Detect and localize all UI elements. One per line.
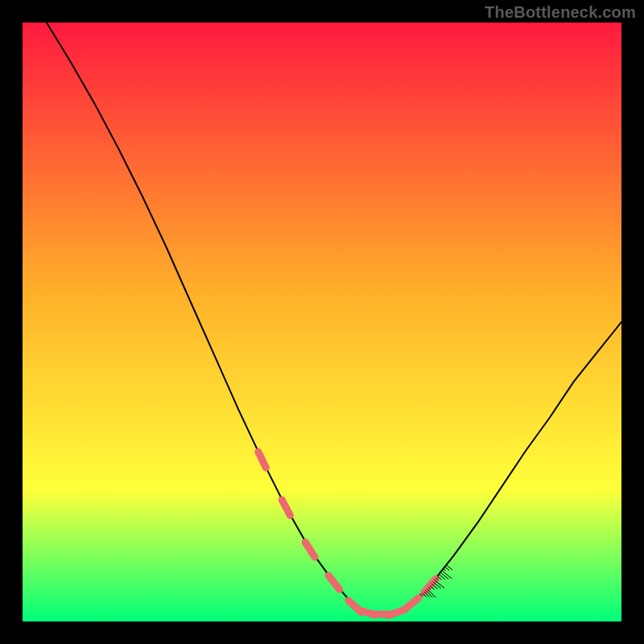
gradient-background <box>23 23 621 621</box>
watermark: TheBottleneck.com <box>485 3 636 22</box>
bottleneck-curve-chart <box>23 23 621 621</box>
plot-area <box>23 23 621 621</box>
chart-container: TheBottleneck.com <box>0 0 644 644</box>
